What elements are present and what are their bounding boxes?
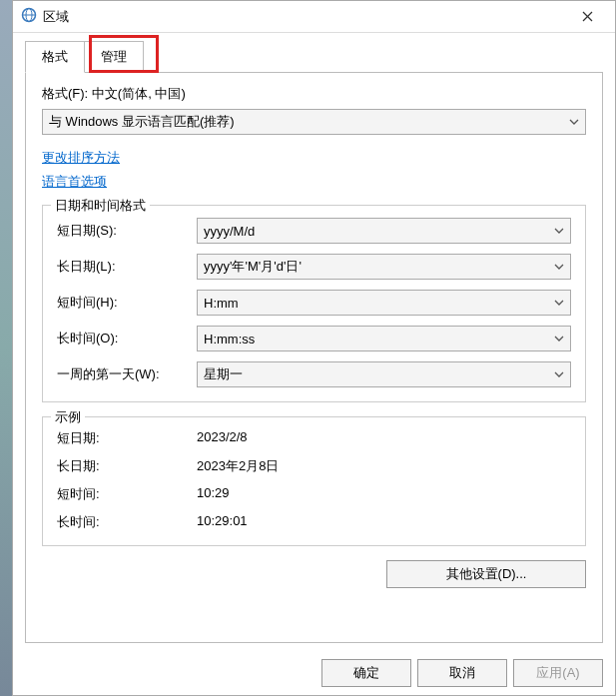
chevron-down-icon [569, 115, 579, 130]
ex-long-date-value: 2023年2月8日 [197, 457, 279, 475]
long-time-value: H:mm:ss [204, 332, 255, 347]
example-group-title: 示例 [51, 408, 85, 426]
long-date-value: yyyy'年'M'月'd'日' [204, 258, 302, 276]
tab-admin[interactable]: 管理 [84, 41, 144, 73]
short-date-combo[interactable]: yyyy/M/d [197, 218, 571, 244]
example-group: 示例 短日期: 2023/2/8 长日期: 2023年2月8日 短时间: 10:… [42, 416, 586, 546]
chevron-down-icon [554, 367, 564, 382]
row-short-time: 短时间(H): H:mm [57, 290, 571, 316]
ex-long-date-label: 长日期: [57, 457, 197, 475]
row-long-time: 长时间(O): H:mm:ss [57, 326, 571, 351]
row-short-date: 短日期(S): yyyy/M/d [57, 218, 571, 244]
ex-row-long-time: 长时间: 10:29:01 [57, 513, 571, 531]
format-combo-value: 与 Windows 显示语言匹配(推荐) [49, 113, 235, 131]
long-time-label: 长时间(O): [57, 330, 197, 348]
titlebar-left: 区域 [21, 7, 69, 26]
close-icon [582, 11, 593, 22]
ex-short-time-label: 短时间: [57, 485, 197, 503]
first-day-value: 星期一 [204, 365, 243, 383]
dialog-button-bar: 确定 取消 应用(A) [13, 651, 615, 695]
links-section: 更改排序方法 语言首选项 [42, 149, 586, 191]
other-settings-button[interactable]: 其他设置(D)... [386, 560, 586, 588]
short-time-combo[interactable]: H:mm [197, 290, 571, 316]
first-day-combo[interactable]: 星期一 [197, 361, 571, 387]
chevron-down-icon [554, 296, 564, 311]
short-date-value: yyyy/M/d [204, 224, 255, 239]
ex-row-short-time: 短时间: 10:29 [57, 485, 571, 503]
ex-short-time-value: 10:29 [197, 485, 230, 503]
format-label: 格式(F): 中文(简体, 中国) [42, 85, 586, 103]
ex-long-time-label: 长时间: [57, 513, 197, 531]
short-date-label: 短日期(S): [57, 222, 197, 240]
tabs-row: 格式 管理 [13, 33, 615, 73]
ex-short-date-label: 短日期: [57, 429, 197, 447]
link-lang-pref[interactable]: 语言首选项 [42, 173, 586, 191]
datetime-format-group: 日期和时间格式 短日期(S): yyyy/M/d 长日期(L): yyyy'年'… [42, 205, 586, 402]
long-date-label: 长日期(L): [57, 258, 197, 276]
datetime-group-title: 日期和时间格式 [51, 197, 150, 215]
first-day-label: 一周的第一天(W): [57, 365, 197, 383]
row-first-day: 一周的第一天(W): 星期一 [57, 361, 571, 387]
cancel-button[interactable]: 取消 [417, 659, 507, 687]
apply-button: 应用(A) [513, 659, 603, 687]
window-title: 区域 [43, 8, 69, 26]
tab-content-format: 格式(F): 中文(简体, 中国) 与 Windows 显示语言匹配(推荐) 更… [25, 72, 603, 643]
row-long-date: 长日期(L): yyyy'年'M'月'd'日' [57, 254, 571, 280]
titlebar: 区域 [13, 1, 615, 33]
short-time-label: 短时间(H): [57, 294, 197, 312]
long-time-combo[interactable]: H:mm:ss [197, 326, 571, 351]
format-combo[interactable]: 与 Windows 显示语言匹配(推荐) [42, 109, 586, 135]
chevron-down-icon [554, 260, 564, 275]
ex-short-date-value: 2023/2/8 [197, 429, 248, 447]
other-settings-row: 其他设置(D)... [42, 560, 586, 588]
ex-row-short-date: 短日期: 2023/2/8 [57, 429, 571, 447]
long-date-combo[interactable]: yyyy'年'M'月'd'日' [197, 254, 571, 280]
ex-row-long-date: 长日期: 2023年2月8日 [57, 457, 571, 475]
ex-long-time-value: 10:29:01 [197, 513, 248, 531]
chevron-down-icon [554, 332, 564, 347]
globe-icon [21, 7, 37, 26]
region-dialog: 区域 格式 管理 格式(F): 中文(简体, 中国) 与 Windows 显示语… [12, 0, 616, 696]
link-sort-method[interactable]: 更改排序方法 [42, 149, 586, 167]
close-button[interactable] [567, 2, 607, 32]
window-edge-decoration [0, 0, 12, 696]
tab-format[interactable]: 格式 [25, 41, 85, 73]
ok-button[interactable]: 确定 [321, 659, 411, 687]
chevron-down-icon [554, 224, 564, 239]
short-time-value: H:mm [204, 296, 239, 311]
